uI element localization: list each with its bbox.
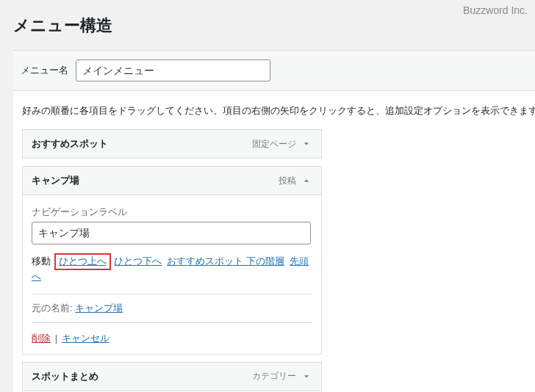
menu-panel: メニュー名 好みの順番に各項目をドラッグしてください。項目の右側の矢印をクリック… — [13, 50, 535, 392]
menu-item: キャンプ場 投稿 ナビゲーションラベル 移動 ひとつ上へ ひとつ下へ おすすめス… — [22, 166, 526, 354]
highlight-box: ひとつ上へ — [54, 253, 111, 270]
separator: | — [55, 333, 60, 344]
menu-item-bar-camp[interactable]: キャンプ場 投稿 — [22, 166, 322, 195]
menu-item-type: 投稿 — [279, 175, 296, 187]
menu-item-bar-osusume[interactable]: おすすめスポット 固定ページ — [22, 129, 322, 159]
move-row: 移動 ひとつ上へ ひとつ下へ おすすめスポット 下の階層 先頭へ — [32, 253, 312, 283]
menu-item-type: カテゴリー — [252, 370, 296, 382]
menu-item-title: キャンプ場 — [32, 174, 79, 187]
move-under-parent-link[interactable]: おすすめスポット 下の階層 — [167, 255, 284, 266]
instructions-text: 好みの順番に各項目をドラッグしてください。項目の右側の矢印をクリックすると、追加… — [13, 91, 535, 129]
menu-item: おすすめスポット 固定ページ — [22, 129, 526, 159]
collapse-toggle-icon[interactable] — [301, 175, 312, 186]
move-down-link[interactable]: ひとつ下へ — [114, 255, 162, 266]
menu-item-controls: カテゴリー — [252, 370, 312, 382]
original-name-label: 元の名前: — [32, 302, 73, 313]
menu-item-title: スポットまとめ — [32, 370, 98, 383]
expand-toggle-icon[interactable] — [301, 138, 312, 150]
menu-item-controls: 固定ページ — [252, 138, 312, 150]
menu-item-title: おすすめスポット — [32, 137, 108, 150]
menu-item-settings: ナビゲーションラベル 移動 ひとつ上へ ひとつ下へ おすすめスポット 下の階層 … — [22, 195, 322, 354]
move-label: 移動 — [32, 255, 51, 266]
menu-name-input[interactable] — [76, 59, 270, 81]
original-name-row: 元の名前: キャンプ場 — [32, 294, 312, 323]
item-actions-row: 削除 | キャンセル — [32, 332, 312, 345]
page-title: メニュー構造 — [0, 0, 535, 50]
menu-name-label: メニュー名 — [21, 64, 68, 77]
nav-label-heading: ナビゲーションラベル — [32, 206, 312, 219]
menu-items-list: おすすめスポット 固定ページ キャンプ場 投稿 — [13, 129, 535, 392]
menu-item-controls: 投稿 — [279, 175, 312, 187]
move-up-link[interactable]: ひとつ上へ — [59, 255, 107, 266]
brand-text: Buzzword Inc. — [463, 4, 528, 16]
menu-item-bar-summary[interactable]: スポットまとめ カテゴリー — [22, 362, 322, 391]
original-name-link[interactable]: キャンプ場 — [75, 302, 123, 313]
menu-item-type: 固定ページ — [252, 138, 296, 150]
remove-link[interactable]: 削除 — [32, 333, 51, 344]
cancel-link[interactable]: キャンセル — [62, 333, 109, 344]
menu-name-row: メニュー名 — [13, 51, 535, 91]
expand-toggle-icon[interactable] — [301, 371, 312, 382]
nav-label-input[interactable] — [32, 222, 311, 244]
menu-item: スポットまとめ カテゴリー — [22, 362, 526, 391]
